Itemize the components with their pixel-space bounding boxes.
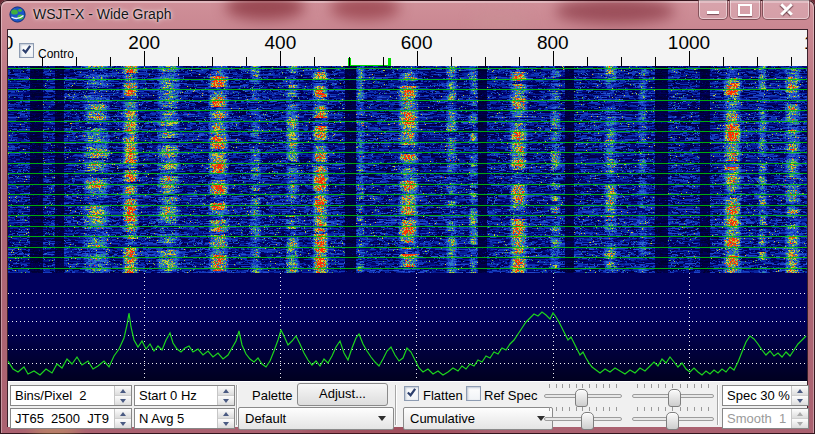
slider-thumb[interactable]	[668, 389, 681, 407]
scale-label: 200	[128, 32, 160, 54]
slider-ticks	[637, 384, 709, 388]
spin-down-button[interactable]	[115, 419, 131, 428]
scale-tick	[178, 57, 179, 66]
maximize-button[interactable]	[729, 0, 761, 20]
scale-tick	[451, 57, 452, 66]
palette-label: Palette	[252, 388, 292, 403]
spin-up-button[interactable]	[115, 409, 131, 419]
rx-frequency-bracket[interactable]	[348, 58, 391, 66]
wide-graph-window: WSJT-X - Wide Graph Contro	[0, 0, 815, 434]
palette-select-value: Default	[245, 411, 286, 426]
minimize-icon	[707, 11, 719, 14]
spec-percent-value: Spec 30 %	[723, 388, 791, 403]
maximize-icon	[738, 4, 752, 16]
flatten-checkbox[interactable]	[404, 386, 419, 401]
spectrum-gain-slider[interactable]	[632, 384, 714, 406]
smooth-spinbox: Smooth 1	[722, 408, 809, 429]
scale-tick	[76, 57, 77, 66]
ref-spec-checkbox[interactable]	[466, 386, 481, 401]
wsjtx-app-icon	[9, 6, 26, 23]
scale-tick	[587, 57, 588, 66]
waterfall-spectrogram[interactable]	[8, 66, 807, 273]
start-freq-spinbox[interactable]: Start 0 Hz	[134, 385, 235, 406]
spin-up-button[interactable]	[792, 386, 808, 396]
control-panel: Bins/Pixel 2 Start 0 Hz JT65 2500 JT9 N …	[8, 381, 807, 427]
slider-ticks	[549, 407, 617, 411]
scale-tick	[110, 57, 111, 66]
spectrum-plot[interactable]	[8, 273, 807, 381]
window-title: WSJT-X - Wide Graph	[33, 6, 171, 22]
display-mode-value: Cumulative	[410, 411, 475, 426]
scale-label: 800	[537, 32, 569, 54]
bins-per-pixel-spinbox[interactable]: Bins/Pixel 2	[10, 385, 132, 406]
minimize-button[interactable]	[698, 0, 728, 20]
scale-tick	[655, 57, 656, 66]
spectrum-zero-slider[interactable]	[632, 407, 714, 429]
spec-percent-spinbox[interactable]: Spec 30 %	[722, 385, 809, 406]
scale-tick	[485, 57, 486, 66]
spin-down-button[interactable]	[115, 396, 131, 405]
scale-tick	[621, 57, 622, 66]
check-icon	[21, 44, 32, 55]
slider-ticks	[637, 407, 709, 411]
spin-up-button	[792, 409, 808, 419]
spin-up-button[interactable]	[218, 386, 234, 396]
spectrum-trace	[8, 312, 806, 375]
spin-up-button[interactable]	[218, 409, 234, 419]
scale-label: 1200	[804, 32, 807, 54]
check-icon	[406, 387, 417, 398]
display-mode-select[interactable]: Cumulative	[403, 407, 553, 430]
separator	[395, 385, 397, 425]
close-button[interactable]	[762, 0, 810, 20]
adjust-button[interactable]: Adjust...	[297, 383, 388, 406]
waterfall-gain-slider[interactable]	[544, 384, 622, 406]
palette-select[interactable]: Default	[238, 407, 394, 430]
bins-per-pixel-value: Bins/Pixel 2	[11, 388, 114, 403]
titlebar[interactable]: WSJT-X - Wide Graph	[0, 0, 815, 30]
controls-checkbox[interactable]: Contro	[19, 43, 74, 61]
ref-spec-label: Ref Spec	[484, 388, 537, 403]
spin-down-button[interactable]	[792, 396, 808, 405]
scale-label: 1000	[668, 32, 710, 54]
scale-label: 600	[401, 32, 433, 54]
flatten-label: Flatten	[423, 388, 463, 403]
slider-thumb[interactable]	[666, 412, 679, 430]
slider-thumb[interactable]	[575, 389, 588, 407]
client-area: Contro 020040060080010001200 Bins/Pixel …	[8, 30, 807, 426]
scale-tick	[519, 57, 520, 66]
controls-checkbox-box[interactable]	[19, 43, 34, 58]
scale-tick	[757, 57, 758, 66]
scale-tick	[212, 57, 213, 66]
jt65-jt9-split-value: JT65 2500 JT9	[11, 411, 114, 426]
scale-tick	[246, 57, 247, 66]
spin-up-button[interactable]	[115, 386, 131, 396]
slider-ticks	[549, 384, 617, 388]
jt65-jt9-split-spinbox[interactable]: JT65 2500 JT9	[10, 408, 132, 429]
n-avg-value: N Avg 5	[135, 411, 217, 426]
scale-label: 0	[8, 32, 13, 54]
spin-down-button[interactable]	[218, 396, 234, 405]
close-icon	[780, 3, 793, 16]
slider-thumb[interactable]	[581, 412, 594, 430]
smooth-value: Smooth 1	[723, 411, 791, 426]
chevron-down-icon	[378, 416, 386, 421]
scale-tick	[723, 57, 724, 66]
scale-tick	[791, 57, 792, 66]
scale-tick	[349, 57, 350, 66]
frequency-scale: Contro 020040060080010001200	[8, 30, 807, 66]
scale-tick	[314, 57, 315, 66]
separator	[717, 385, 719, 425]
spin-down-button	[792, 419, 808, 428]
n-avg-spinbox[interactable]: N Avg 5	[134, 408, 235, 429]
spin-down-button[interactable]	[218, 419, 234, 428]
start-freq-value: Start 0 Hz	[135, 388, 217, 403]
waterfall-zero-slider[interactable]	[544, 407, 622, 429]
controls-checkbox-label: Contro	[38, 47, 74, 61]
scale-label: 400	[265, 32, 297, 54]
scale-tick	[42, 57, 43, 66]
scale-tick	[383, 57, 384, 66]
